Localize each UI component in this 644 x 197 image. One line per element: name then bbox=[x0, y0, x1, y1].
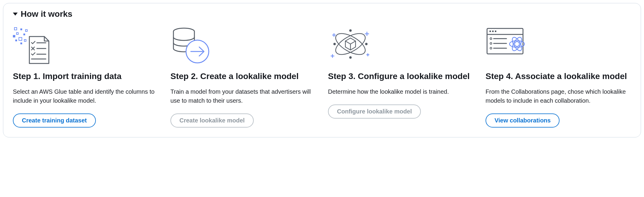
section-title: How it works bbox=[21, 9, 72, 19]
step-title: Step 2. Create a lookalike model bbox=[170, 71, 316, 82]
svg-rect-5 bbox=[19, 37, 22, 40]
svg-rect-1 bbox=[13, 35, 15, 37]
how-it-works-panel: How it works bbox=[3, 3, 641, 137]
svg-rect-3 bbox=[20, 28, 22, 30]
svg-rect-8 bbox=[20, 43, 22, 44]
caret-down-icon bbox=[13, 13, 18, 16]
steps-row: Step 1. Import training data Select an A… bbox=[13, 26, 631, 128]
view-collaborations-button[interactable]: View collaborations bbox=[486, 113, 560, 128]
svg-rect-26 bbox=[492, 31, 494, 32]
step-description: From the Collaborations page, chose whic… bbox=[486, 87, 631, 105]
step-description: Select an AWS Glue table and identify th… bbox=[13, 87, 158, 105]
step-1: Step 1. Import training data Select an A… bbox=[13, 26, 158, 128]
configure-lookalike-model-button: Configure lookalike model bbox=[328, 104, 421, 119]
step-description: Train a model from your datasets that ad… bbox=[170, 87, 316, 105]
svg-rect-2 bbox=[16, 33, 18, 34]
create-lookalike-model-button: Create lookalike model bbox=[170, 113, 254, 128]
svg-rect-7 bbox=[25, 30, 27, 31]
svg-rect-0 bbox=[14, 28, 17, 30]
create-training-dataset-button[interactable]: Create training dataset bbox=[13, 113, 96, 128]
svg-point-34 bbox=[515, 42, 519, 46]
svg-rect-25 bbox=[489, 31, 491, 32]
step-3: Step 3. Configure a lookalike model Dete… bbox=[328, 26, 474, 128]
svg-point-20 bbox=[349, 56, 352, 59]
section-header[interactable]: How it works bbox=[13, 9, 631, 19]
step-title: Step 1. Import training data bbox=[13, 71, 158, 82]
svg-rect-4 bbox=[15, 40, 17, 41]
svg-point-21 bbox=[333, 43, 336, 45]
step-title: Step 4. Associate a lookalike model bbox=[486, 71, 631, 82]
step-description: Determine how the lookalike model is tra… bbox=[328, 87, 474, 96]
svg-point-22 bbox=[365, 43, 368, 45]
associate-model-icon bbox=[486, 26, 631, 65]
step-4: Step 4. Associate a lookalike model From… bbox=[486, 26, 631, 128]
configure-model-icon bbox=[328, 26, 474, 65]
step-2: Step 2. Create a lookalike model Train a… bbox=[170, 26, 316, 128]
svg-rect-6 bbox=[23, 34, 25, 35]
create-model-icon bbox=[170, 26, 316, 65]
step-title: Step 3. Configure a lookalike model bbox=[328, 71, 474, 82]
svg-rect-27 bbox=[495, 31, 496, 32]
svg-point-19 bbox=[349, 29, 352, 32]
import-data-icon bbox=[13, 26, 158, 65]
svg-rect-9 bbox=[24, 40, 26, 41]
